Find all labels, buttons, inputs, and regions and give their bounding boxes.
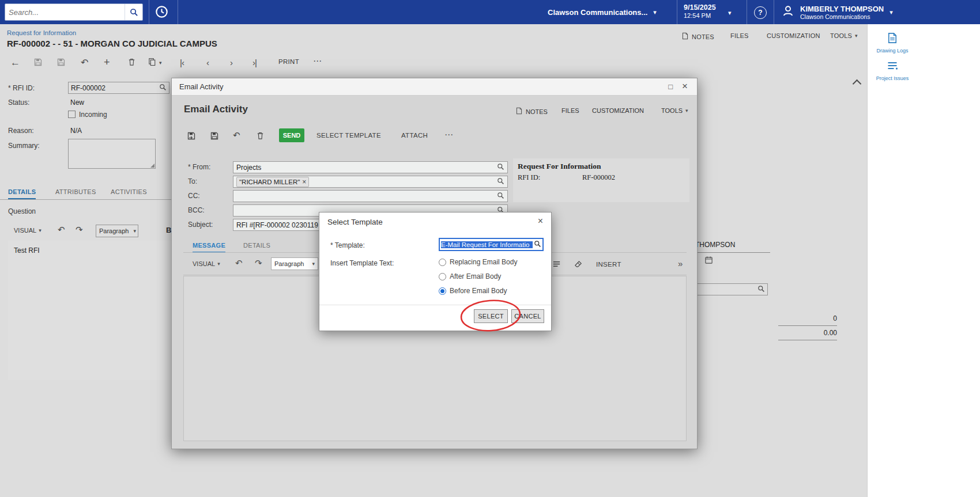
- email-paragraph-style-select[interactable]: Paragraph ▾: [271, 257, 318, 270]
- maximize-icon[interactable]: □: [668, 83, 673, 90]
- status-value: New: [70, 98, 84, 107]
- email-save-icon[interactable]: [210, 131, 219, 141]
- lookup-icon[interactable]: [497, 163, 504, 172]
- toolbar-more-icon[interactable]: ⋯: [313, 56, 322, 66]
- chevron-down-icon[interactable]: ▾: [728, 9, 732, 17]
- lookup-icon[interactable]: [497, 192, 504, 201]
- files-button[interactable]: FILES: [730, 32, 749, 39]
- copy-icon[interactable]: [148, 58, 156, 66]
- close-icon[interactable]: ×: [682, 81, 688, 91]
- user-menu[interactable]: KIMBERLY THOMPSON Clawson Communications…: [782, 0, 893, 24]
- background-search-field[interactable]: [695, 283, 768, 295]
- topbar: Clawson Communications... ▾ 9/15/2025 12…: [0, 0, 980, 24]
- calendar-icon[interactable]: [704, 256, 713, 267]
- to-input[interactable]: "RICHARD MILLER" ×: [233, 176, 508, 188]
- email-tools-button[interactable]: TOOLS ▾: [661, 107, 688, 114]
- summary-textarea[interactable]: [68, 139, 156, 169]
- email-customization-button[interactable]: CUSTOMIZATION: [592, 107, 644, 114]
- email-visual-mode-button[interactable]: VISUAL ▾: [193, 260, 220, 267]
- email-notes-button[interactable]: NOTES: [515, 107, 548, 116]
- save-icon[interactable]: [56, 58, 66, 67]
- tab-divider: [0, 199, 171, 200]
- from-input[interactable]: Projects: [233, 161, 508, 173]
- breadcrumb[interactable]: Request for Information: [7, 29, 76, 36]
- paragraph-style-select[interactable]: Paragraph ▾: [96, 225, 138, 237]
- resize-handle[interactable]: [150, 164, 154, 168]
- global-search[interactable]: [5, 3, 143, 21]
- template-input[interactable]: E-Mail Request For Informatio: [439, 238, 544, 251]
- visual-mode-button[interactable]: VISUAL ▾: [14, 227, 42, 234]
- search-icon[interactable]: [125, 4, 142, 20]
- side-panel-item-drawing-logs[interactable]: Drawing Logs: [872, 32, 913, 54]
- tab-details[interactable]: DETAILS: [8, 188, 36, 199]
- email-editor-undo-icon[interactable]: ↶: [235, 258, 243, 268]
- email-files-button[interactable]: FILES: [561, 107, 579, 114]
- radio-after-email-body[interactable]: After Email Body: [439, 272, 501, 280]
- align-list-icon[interactable]: [552, 260, 561, 268]
- lookup-icon[interactable]: [757, 285, 765, 294]
- tools-button[interactable]: TOOLS ▾: [830, 32, 858, 39]
- dialog-close-icon[interactable]: ×: [538, 217, 543, 226]
- customization-button[interactable]: CUSTOMIZATION: [767, 32, 820, 39]
- undo-icon[interactable]: ↶: [81, 57, 88, 68]
- select-template-button[interactable]: SELECT TEMPLATE: [316, 132, 381, 139]
- tab-attributes[interactable]: ATTRIBUTES: [55, 188, 96, 198]
- back-icon[interactable]: ←: [10, 57, 20, 69]
- copy-menu-chevron-icon[interactable]: ▾: [159, 60, 162, 66]
- email-tab-details[interactable]: DETAILS: [243, 242, 270, 252]
- delete-icon[interactable]: [127, 58, 136, 66]
- rfi-id-input[interactable]: RF-000002: [68, 82, 169, 94]
- nav-first-icon[interactable]: |‹: [180, 58, 184, 67]
- time-card-icon[interactable]: [154, 5, 169, 19]
- eraser-icon[interactable]: [574, 260, 583, 268]
- editor-undo-icon[interactable]: ↶: [58, 225, 65, 235]
- company-menu[interactable]: Clawson Communications... ▾: [548, 0, 657, 24]
- bold-button[interactable]: B: [166, 226, 171, 234]
- side-panel-item-project-issues[interactable]: Project Issues: [872, 60, 913, 81]
- radio-before-email-body[interactable]: Before Email Body: [439, 287, 507, 295]
- tab-activities[interactable]: ACTIVITIES: [111, 188, 147, 198]
- background-value-2: 0.00: [778, 329, 837, 340]
- search-input[interactable]: [5, 8, 125, 17]
- recipient-chip[interactable]: "RICHARD MILLER" ×: [236, 177, 309, 187]
- cc-input[interactable]: [233, 190, 508, 202]
- email-save-close-icon[interactable]: [187, 131, 196, 141]
- radio-replacing-email-body[interactable]: Replacing Email Body: [439, 258, 517, 266]
- attach-button[interactable]: ATTACH: [401, 132, 428, 139]
- preview-title: Request For Information: [518, 162, 601, 171]
- email-window-titlebar[interactable]: Email Activity □ ×: [172, 78, 697, 96]
- toolbar-overflow-icon[interactable]: »: [678, 259, 683, 268]
- cancel-button[interactable]: CANCEL: [511, 309, 544, 323]
- email-delete-icon[interactable]: [256, 131, 265, 140]
- question-editor-body[interactable]: Test RFI: [8, 241, 171, 380]
- email-more-icon[interactable]: ⋯: [444, 130, 453, 140]
- insert-button[interactable]: INSERT: [596, 261, 621, 268]
- lookup-icon[interactable]: [497, 177, 504, 187]
- nav-prev-icon[interactable]: ‹: [206, 58, 209, 67]
- chevron-down-icon: ▾: [133, 228, 136, 234]
- user-org: Clawson Communications: [800, 13, 884, 20]
- add-icon[interactable]: +: [104, 56, 110, 69]
- lookup-icon[interactable]: [159, 84, 167, 93]
- project-issues-icon: [887, 60, 898, 74]
- remove-recipient-icon[interactable]: ×: [302, 179, 306, 185]
- email-tab-message[interactable]: MESSAGE: [193, 242, 225, 253]
- incoming-checkbox[interactable]: [68, 111, 76, 118]
- email-undo-icon[interactable]: ↶: [233, 130, 240, 141]
- nav-last-icon[interactable]: ›|: [252, 58, 257, 67]
- subject-label: Subject:: [188, 221, 213, 229]
- save-close-icon[interactable]: [33, 58, 43, 67]
- print-button[interactable]: PRINT: [278, 58, 299, 65]
- business-date: 9/15/2025: [684, 3, 716, 12]
- reason-value: N/A: [70, 127, 82, 135]
- lookup-icon[interactable]: [534, 240, 541, 250]
- business-date-menu[interactable]: 9/15/2025 12:54 PM: [684, 3, 716, 20]
- editor-redo-icon[interactable]: ↷: [76, 225, 83, 235]
- nav-next-icon[interactable]: ›: [230, 58, 232, 67]
- help-icon[interactable]: ?: [754, 6, 767, 19]
- send-button[interactable]: SEND: [279, 128, 304, 142]
- select-button[interactable]: SELECT: [474, 309, 508, 323]
- chevron-down-icon: ▾: [653, 9, 657, 16]
- notes-button[interactable]: NOTES: [681, 32, 714, 41]
- email-editor-redo-icon[interactable]: ↷: [255, 258, 262, 268]
